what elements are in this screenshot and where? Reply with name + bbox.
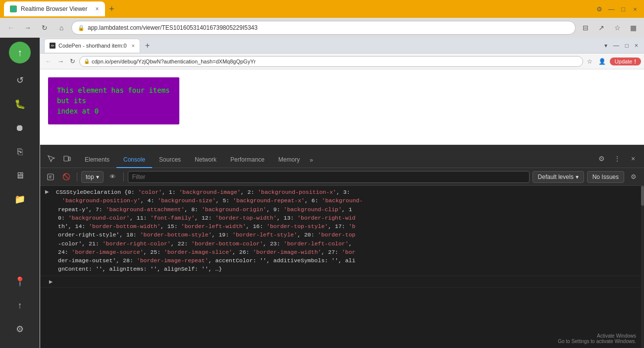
console-text-main: CSSStyleDeclaration {0: 'color', 1: 'bac…	[56, 188, 363, 274]
tab-console-label: Console	[123, 156, 145, 163]
inner-tab-bar-right: ▾ — □ ×	[155, 41, 640, 50]
sidebar-item-video[interactable]: ⏺	[9, 117, 31, 139]
console-prompt-arrow[interactable]: ▶	[49, 278, 53, 285]
sidebar-item-refresh[interactable]: ↺	[9, 69, 31, 91]
dt-execute-btn[interactable]	[44, 171, 57, 183]
toolbar-icons: ⊟ ↗ ☆ ▦	[579, 21, 640, 35]
demo-text: This element has four items but its inde…	[57, 85, 170, 116]
console-scrollbar-thumb[interactable]	[641, 186, 644, 206]
demo-line1: This element has four items but its	[57, 86, 170, 105]
inner-profile-icon[interactable]: 👤	[596, 57, 608, 66]
share-icon[interactable]: ↗	[594, 21, 608, 35]
forward-button[interactable]: →	[21, 21, 35, 35]
dt-context-selector[interactable]: top ▾	[81, 171, 104, 183]
inner-address-field[interactable]: 🔒 cdpn.io/pen/debug/YzjQbwN?authenticati…	[79, 56, 583, 67]
cast-icon[interactable]: ⊟	[579, 21, 592, 35]
devtools-device-btn[interactable]	[60, 152, 74, 166]
inner-tab-close-btn[interactable]: ×	[132, 43, 135, 49]
console-output[interactable]: ▶ CSSStyleDeclaration {0: 'color', 1: 'b…	[40, 186, 644, 348]
inner-bookmark-icon[interactable]: ☆	[585, 57, 594, 66]
sidebar-item-settings[interactable]: ⚙	[9, 318, 31, 340]
lock-icon: 🔒	[78, 25, 85, 31]
devtools-toolbar: 🚫 top ▾ 👁 Default levels ▾ No Issues	[40, 168, 644, 186]
inner-close-btn[interactable]: ×	[633, 41, 640, 50]
activate-windows-line1: Activate Windows	[558, 333, 636, 339]
devtools-close-btn[interactable]: ×	[626, 152, 640, 166]
tab-performance[interactable]: Performance	[223, 152, 271, 168]
dt-no-issues-badge: No Issues	[587, 171, 624, 183]
dt-levels-label: Default levels	[538, 174, 574, 180]
inner-browser: ✏ CodePen - shorthand item:0 × + ▾ — □ ×…	[40, 38, 644, 348]
activate-windows-line2: Go to Settings to activate Windows.	[558, 339, 636, 344]
inner-update-btn[interactable]: Update !	[610, 58, 641, 65]
inner-tab-bar-menu[interactable]: ▾	[602, 41, 609, 50]
inner-forward-btn[interactable]: →	[55, 57, 66, 66]
window-controls: ⚙ — □ ×	[594, 4, 640, 14]
inner-lock-icon: 🔒	[84, 58, 90, 64]
dt-no-issues-label: No Issues	[592, 174, 619, 180]
minimize-button[interactable]: —	[606, 4, 616, 14]
maximize-button[interactable]: □	[618, 4, 628, 14]
devtools-right-icons: ⚙ ⋮ ×	[594, 152, 644, 168]
tab-elements[interactable]: Elements	[78, 152, 116, 168]
back-button[interactable]: ←	[4, 21, 18, 35]
tab-elements-label: Elements	[85, 156, 109, 163]
sidebar-item-upload[interactable]: ↑	[9, 294, 31, 316]
address-field[interactable]: 🔒 app.lambdatest.com/viewer/TES101605314…	[71, 21, 576, 35]
left-sidebar: ↑ ↺ 🐛 ⏺ ⎘ 🖥 📁 📍 ↑ ⚙	[0, 38, 40, 348]
devtools-more-btn[interactable]: ⋮	[610, 152, 624, 166]
tab-close-btn[interactable]: ×	[96, 5, 99, 12]
svg-rect-0	[64, 156, 68, 161]
inner-minimize-btn[interactable]: —	[611, 41, 621, 50]
inner-address-bar: ← → ↻ 🔒 cdpn.io/pen/debug/YzjQbwN?authen…	[40, 54, 644, 69]
dt-toolbar-settings-btn[interactable]: ⚙	[627, 171, 640, 183]
sidebar-item-bug[interactable]: 🐛	[9, 93, 31, 115]
sidebar-item-location[interactable]: 📍	[9, 271, 31, 292]
activate-windows-notice: Activate Windows Go to Settings to activ…	[558, 333, 636, 344]
console-row-main: ▶ CSSStyleDeclaration {0: 'color', 1: 'b…	[40, 186, 644, 276]
sidebar-item-monitor[interactable]: 🖥	[9, 165, 31, 186]
inner-url-text: cdpn.io/pen/debug/YzjQbwN?authentication…	[92, 58, 256, 64]
home-button[interactable]: ⌂	[54, 21, 68, 35]
tab-sources[interactable]: Sources	[152, 152, 188, 168]
demo-box: This element has four items but its inde…	[48, 77, 179, 124]
dt-context-arrow: ▾	[96, 174, 99, 180]
sidebar-item-folder[interactable]: 📁	[9, 188, 31, 210]
tab-sources-label: Sources	[159, 156, 181, 163]
active-tab[interactable]: 🌐 Realtime Browser Viewer ×	[4, 1, 105, 16]
dt-eye-btn[interactable]: 👁	[107, 171, 119, 183]
sidebar-logo[interactable]: ↑	[9, 42, 31, 63]
console-scrollbar-track[interactable]	[641, 186, 644, 348]
inner-active-tab[interactable]: ✏ CodePen - shorthand item:0 ×	[44, 39, 140, 53]
close-button[interactable]: ×	[630, 4, 640, 14]
sidebar-item-copy[interactable]: ⎘	[9, 141, 31, 163]
settings-icon[interactable]: ⚙	[594, 4, 604, 14]
devtools-settings-btn[interactable]: ⚙	[594, 152, 608, 166]
tab-memory[interactable]: Memory	[271, 152, 307, 168]
inner-tab-favicon: ✏	[50, 43, 55, 49]
inner-back-btn[interactable]: ←	[43, 57, 54, 66]
more-tabs-btn[interactable]: »	[307, 153, 316, 168]
dt-filter-input[interactable]	[128, 171, 530, 183]
url-text: app.lambdatest.com/viewer/TES10160531401…	[88, 24, 569, 31]
tab-console[interactable]: Console	[116, 152, 152, 168]
inner-tab-bar: ✏ CodePen - shorthand item:0 × + ▾ — □ ×	[40, 38, 644, 54]
bookmark-icon[interactable]: ☆	[610, 21, 624, 35]
inner-restore-btn[interactable]: □	[623, 41, 631, 50]
sidebar-toggle-icon[interactable]: ▦	[626, 21, 640, 35]
tab-memory-label: Memory	[278, 156, 300, 163]
dt-levels-btn[interactable]: Default levels ▾	[533, 171, 584, 183]
devtools-inspect-btn[interactable]	[44, 152, 58, 166]
logo-up-icon: ↑	[17, 47, 22, 58]
tab-network-label: Network	[195, 156, 216, 163]
address-bar-row: ← → ↻ ⌂ 🔒 app.lambdatest.com/viewer/TES1…	[0, 18, 644, 38]
refresh-button[interactable]: ↻	[38, 21, 52, 35]
inner-tab-label: CodePen - shorthand item:0	[58, 43, 127, 49]
new-tab-button[interactable]: +	[105, 2, 119, 16]
inner-new-tab-btn[interactable]: +	[142, 41, 153, 50]
inner-refresh-btn[interactable]: ↻	[68, 57, 77, 66]
dt-clear-btn[interactable]: 🚫	[60, 171, 73, 183]
tab-network[interactable]: Network	[188, 152, 223, 168]
console-expand-btn[interactable]: ▶	[45, 189, 49, 194]
web-content: This element has four items but its inde…	[40, 69, 644, 145]
